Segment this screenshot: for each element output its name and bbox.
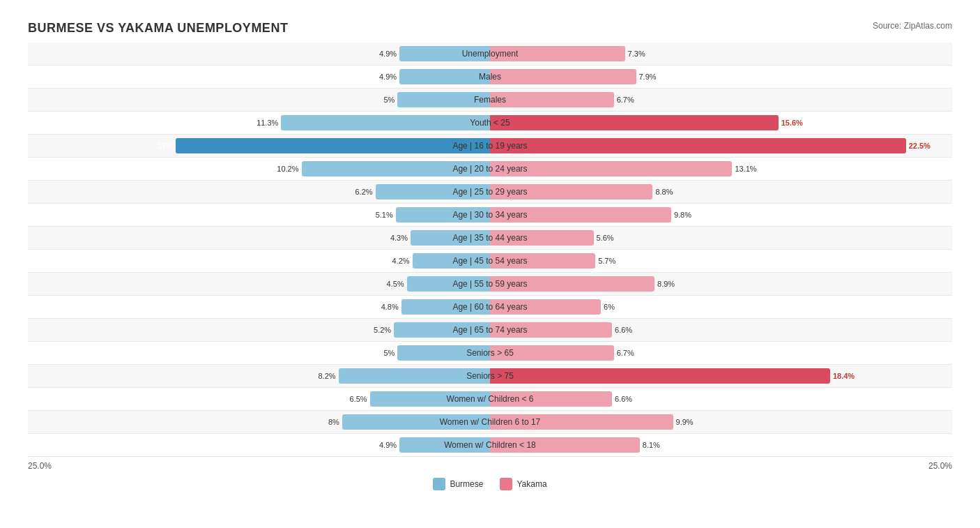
- pink-bar: [490, 414, 673, 430]
- pink-bar: [490, 138, 906, 153]
- blue-bar: [281, 115, 490, 130]
- legend-yakama: Yakama: [500, 478, 546, 490]
- pink-bar: [490, 184, 652, 199]
- table-row: 4.5%8.9%Age | 55 to 59 years: [28, 273, 952, 296]
- axis-right: 25.0%: [490, 461, 952, 471]
- value-left: 4.9%: [379, 441, 397, 449]
- blue-bar: [397, 92, 490, 107]
- legend-burmese: Burmese: [433, 478, 483, 490]
- table-row: 5%6.7%Seniors > 65: [28, 342, 952, 365]
- blue-bar: [396, 207, 490, 222]
- value-right: 9.8%: [674, 211, 691, 219]
- value-left: 17%: [158, 142, 173, 150]
- yakama-swatch: [500, 478, 512, 490]
- blue-bar: [397, 345, 490, 361]
- axis-left: 25.0%: [28, 461, 490, 471]
- pink-bar: [490, 322, 612, 338]
- table-row: 5%6.7%Females: [28, 89, 952, 112]
- value-left: 4.8%: [381, 303, 399, 311]
- blue-bar: [399, 69, 490, 84]
- blue-bar: [302, 161, 491, 176]
- value-left: 5.1%: [376, 211, 393, 219]
- pink-bar: [490, 345, 614, 361]
- table-row: 4.3%5.6%Age | 35 to 44 years: [28, 227, 952, 250]
- pink-bar: [490, 437, 640, 453]
- chart-container: BURMESE VS YAKAMA UNEMPLOYMENT Source: Z…: [14, 14, 966, 504]
- value-right: 22.5%: [909, 142, 931, 150]
- table-row: 6.2%8.8%Age | 25 to 29 years: [28, 181, 952, 204]
- pink-bar: [490, 299, 601, 315]
- blue-bar: [176, 138, 490, 153]
- chart-title: BURMESE VS YAKAMA UNEMPLOYMENT: [28, 21, 288, 36]
- pink-bar: [490, 161, 732, 176]
- blue-bar: [394, 322, 490, 338]
- value-left: 6.5%: [350, 395, 367, 403]
- value-left: 8.2%: [318, 372, 335, 380]
- value-right: 9.9%: [676, 418, 694, 426]
- pink-bar: [490, 391, 612, 407]
- value-right: 5.7%: [598, 257, 615, 265]
- table-row: 6.5%6.6%Women w/ Children < 6: [28, 388, 952, 411]
- value-left: 5%: [384, 349, 395, 357]
- table-row: 8.2%18.4%Seniors > 75: [28, 365, 952, 388]
- value-left: 6.2%: [355, 188, 373, 196]
- blue-bar: [411, 230, 490, 246]
- value-right: 6.7%: [617, 349, 634, 357]
- blue-bar: [342, 414, 490, 430]
- table-row: 4.9%8.1%Women w/ Children < 18: [28, 434, 952, 457]
- value-right: 8.9%: [657, 280, 675, 288]
- pink-bar: [490, 92, 614, 107]
- value-left: 5%: [384, 96, 395, 104]
- value-left: 10.2%: [277, 165, 298, 173]
- blue-bar: [399, 46, 490, 61]
- pink-bar: [490, 230, 594, 246]
- value-right: 18.4%: [833, 372, 855, 380]
- value-right: 6.6%: [615, 395, 632, 403]
- blue-bar: [401, 299, 490, 315]
- axis-label-left: 25.0%: [28, 461, 52, 471]
- blue-bar: [399, 437, 490, 453]
- pink-bar: [490, 207, 671, 222]
- pink-bar: [490, 276, 654, 292]
- blue-bar: [407, 276, 490, 292]
- burmese-swatch: [433, 478, 445, 490]
- table-row: 4.8%6%Age | 60 to 64 years: [28, 296, 952, 319]
- value-right: 6.6%: [615, 326, 632, 334]
- value-right: 7.9%: [639, 73, 657, 81]
- value-right: 6.7%: [617, 96, 634, 104]
- pink-bar: [490, 253, 595, 269]
- value-right: 15.6%: [781, 119, 803, 127]
- value-right: 8.1%: [643, 441, 660, 449]
- value-right: 8.8%: [655, 188, 673, 196]
- blue-bar: [370, 391, 490, 407]
- table-row: 11.3%15.6%Youth < 25: [28, 112, 952, 135]
- table-row: 8%9.9%Women w/ Children 6 to 17: [28, 411, 952, 434]
- value-left: 11.3%: [257, 119, 278, 127]
- axis-row: 25.0% 25.0%: [28, 461, 952, 471]
- table-row: 10.2%13.1%Age | 20 to 24 years: [28, 158, 952, 181]
- pink-bar: [490, 368, 830, 384]
- chart-header: BURMESE VS YAKAMA UNEMPLOYMENT Source: Z…: [28, 21, 952, 36]
- legend: Burmese Yakama: [28, 478, 952, 490]
- value-right: 7.3%: [628, 50, 645, 58]
- blue-bar: [376, 184, 490, 199]
- yakama-label: Yakama: [516, 479, 546, 489]
- value-right: 13.1%: [735, 165, 756, 173]
- table-row: 5.1%9.8%Age | 30 to 34 years: [28, 204, 952, 227]
- pink-bar: [490, 46, 625, 61]
- table-row: 4.2%5.7%Age | 45 to 54 years: [28, 250, 952, 273]
- axis-label-right: 25.0%: [928, 461, 952, 471]
- value-right: 5.6%: [597, 234, 614, 242]
- blue-bar: [413, 253, 490, 269]
- value-left: 4.5%: [387, 280, 404, 288]
- burmese-label: Burmese: [450, 479, 483, 489]
- table-row: 4.9%7.3%Unemployment: [28, 43, 952, 66]
- value-left: 4.2%: [392, 257, 410, 265]
- value-left: 8%: [328, 418, 339, 426]
- value-left: 4.3%: [390, 234, 408, 242]
- value-left: 4.9%: [379, 73, 397, 81]
- table-row: 5.2%6.6%Age | 65 to 74 years: [28, 319, 952, 342]
- table-row: 17%22.5%Age | 16 to 19 years: [28, 135, 952, 158]
- blue-bar: [339, 368, 490, 384]
- chart-area: 4.9%7.3%Unemployment4.9%7.9%Males5%6.7%F…: [28, 43, 952, 457]
